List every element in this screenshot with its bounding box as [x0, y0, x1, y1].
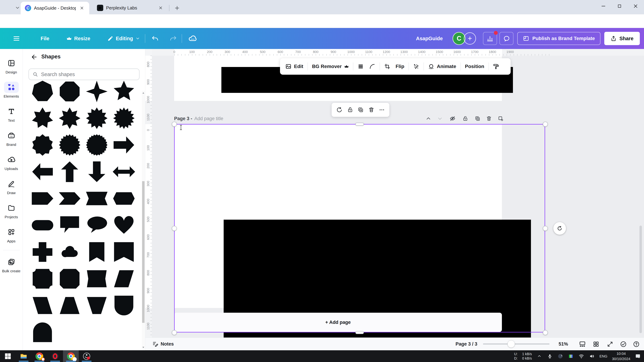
shape-heptagon[interactable] [30, 78, 56, 105]
copy-style-button[interactable] [493, 63, 499, 70]
grid-view-icon[interactable] [592, 341, 600, 348]
file-explorer-icon[interactable] [16, 350, 32, 362]
gpu-tray-icon[interactable] [568, 353, 574, 359]
animate-button[interactable]: Animate [428, 63, 456, 70]
shape-star-7[interactable] [30, 105, 56, 131]
scrollbar-thumb[interactable] [142, 181, 144, 323]
sidebar-item-brand[interactable]: coBrand [1, 126, 22, 150]
shape-parallelogram-left[interactable] [30, 292, 56, 319]
shape-arch-bottom[interactable] [111, 292, 137, 319]
shape-arch-top[interactable] [30, 319, 56, 345]
chrome-active-icon[interactable] [63, 350, 79, 362]
panel-scrollbar[interactable] [142, 91, 145, 350]
search-input[interactable] [41, 71, 135, 77]
shape-octagon-frame[interactable] [56, 266, 83, 292]
shape-scallop-10[interactable] [30, 132, 56, 158]
shape-flag-banner[interactable] [111, 239, 137, 265]
delete-page-icon[interactable] [486, 115, 492, 122]
start-button[interactable] [0, 350, 16, 362]
transparency-button[interactable] [413, 63, 419, 70]
notes-button[interactable]: Notes [152, 341, 174, 347]
shape-pennant[interactable] [84, 239, 110, 265]
shape-star-4[interactable] [84, 78, 110, 105]
add-page-icon[interactable] [497, 115, 504, 122]
share-button[interactable]: Share [604, 32, 640, 45]
sidebar-item-apps[interactable]: Apps [1, 223, 22, 247]
window-close-button[interactable] [628, 0, 644, 12]
edit-image-button[interactable]: Edit [285, 63, 303, 70]
rotate-handle[interactable] [553, 222, 566, 235]
shape-star-5[interactable] [111, 78, 137, 105]
shape-ribbon-banner[interactable] [84, 185, 110, 212]
corner-rounding-button[interactable] [369, 63, 376, 70]
selection-handle-nw[interactable] [172, 122, 177, 127]
hide-page-icon[interactable] [449, 115, 456, 122]
tab-search-chevron-icon[interactable] [14, 4, 21, 11]
shape-arrow-up[interactable] [56, 159, 83, 185]
menu-hamburger-icon[interactable] [12, 35, 20, 42]
comments-button[interactable] [500, 32, 514, 45]
lock-page-icon[interactable] [462, 115, 469, 122]
bg-remover-button[interactable]: BG Remover [312, 64, 349, 69]
more-options-icon[interactable] [379, 107, 385, 113]
rotate-icon[interactable] [336, 107, 342, 113]
language-indicator[interactable]: ENG [600, 354, 608, 358]
sidebar-item-elements[interactable]: Elements [1, 78, 22, 102]
browser-tab[interactable]: Perplexity Labs [93, 3, 168, 13]
cloud-save-icon[interactable] [188, 34, 197, 43]
tab-close-icon[interactable] [158, 5, 164, 11]
selection-handle-n[interactable] [356, 123, 364, 126]
zoom-slider-knob[interactable] [508, 340, 515, 348]
crop-button[interactable] [384, 63, 390, 70]
volume-icon[interactable] [589, 353, 595, 359]
status-check-icon[interactable] [620, 341, 627, 348]
duplicate-icon[interactable] [358, 107, 364, 113]
duplicate-page-icon[interactable] [474, 115, 481, 122]
trash-icon[interactable] [368, 107, 374, 113]
clock[interactable]: 10:04 30/10/2024 [612, 351, 630, 361]
window-maximize-button[interactable] [612, 0, 628, 12]
publish-brand-template-button[interactable]: Publish as Brand Template [517, 32, 600, 45]
sidebar-item-uploads[interactable]: Uploads [1, 150, 22, 175]
shape-cross[interactable] [30, 239, 56, 265]
shape-speech-bubble-round[interactable] [84, 212, 110, 238]
add-page-button[interactable]: + Add page [174, 313, 502, 332]
pages-view-icon[interactable] [579, 341, 586, 348]
zoom-slider[interactable] [483, 344, 550, 345]
shape-arrow-down[interactable] [84, 159, 110, 185]
selection-handle-se[interactable] [543, 330, 548, 335]
shape-seal-24[interactable] [84, 132, 110, 158]
insights-button[interactable] [483, 32, 497, 45]
tab-close-icon[interactable] [79, 5, 85, 11]
shape-certificate[interactable] [84, 266, 110, 292]
browser-tab-active[interactable]: C AsapGuide - Desktop Wallpape [21, 2, 89, 14]
file-menu[interactable]: File [40, 36, 49, 41]
move-page-down-icon[interactable] [436, 115, 444, 122]
shape-burst-16[interactable] [111, 105, 137, 131]
redo-button[interactable] [170, 35, 177, 42]
shape-arrow-left-right[interactable] [111, 159, 137, 185]
page-title-placeholder[interactable]: Add page title [194, 116, 223, 121]
sidebar-item-design[interactable]: Design [1, 54, 22, 78]
shape-hexagon-wide[interactable] [111, 185, 137, 212]
obs-recorder-icon[interactable] [79, 350, 94, 362]
shape-parallelogram-right[interactable] [111, 266, 137, 292]
new-tab-button[interactable] [173, 4, 181, 12]
shape-speech-bubble-square[interactable] [56, 212, 83, 238]
shape-heart[interactable] [111, 212, 137, 238]
window-minimize-button[interactable] [595, 0, 612, 12]
selection-handle-sw[interactable] [172, 330, 177, 335]
shape-trapezoid[interactable] [56, 292, 83, 319]
selection-handle-e[interactable] [543, 226, 548, 231]
hidden-icons-chevron[interactable] [536, 353, 542, 359]
help-icon[interactable] [633, 341, 640, 348]
chrome-window2-icon[interactable] [32, 350, 47, 362]
sidebar-item-draw[interactable]: Draw [1, 175, 22, 199]
page3[interactable] [174, 124, 502, 308]
shape-octagon[interactable] [56, 78, 83, 105]
microphone-icon[interactable] [547, 353, 553, 359]
stroke-style-button[interactable] [358, 63, 364, 70]
sidebar-item-bulk-create[interactable]: Bulk create [1, 253, 22, 277]
undo-button[interactable] [152, 35, 158, 42]
shape-arrow-pentagon[interactable] [30, 185, 56, 212]
